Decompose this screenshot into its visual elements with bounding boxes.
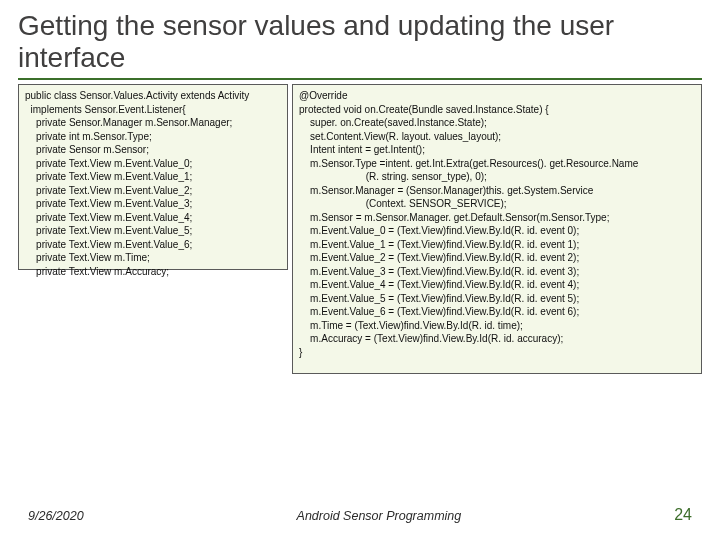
footer-center: Android Sensor Programming [84,509,675,523]
title-block: Getting the sensor values and updating t… [18,10,702,80]
footer-pageno: 24 [674,506,692,524]
footer-date: 9/26/2020 [28,509,84,523]
code-left: public class Sensor.Values.Activity exte… [18,84,288,270]
slide-title: Getting the sensor values and updating t… [18,10,702,74]
slide: Getting the sensor values and updating t… [0,0,720,540]
code-columns: public class Sensor.Values.Activity exte… [18,84,702,374]
code-right: @Override protected void on.Create(Bundl… [292,84,702,374]
footer: 9/26/2020 Android Sensor Programming 24 [0,506,720,524]
